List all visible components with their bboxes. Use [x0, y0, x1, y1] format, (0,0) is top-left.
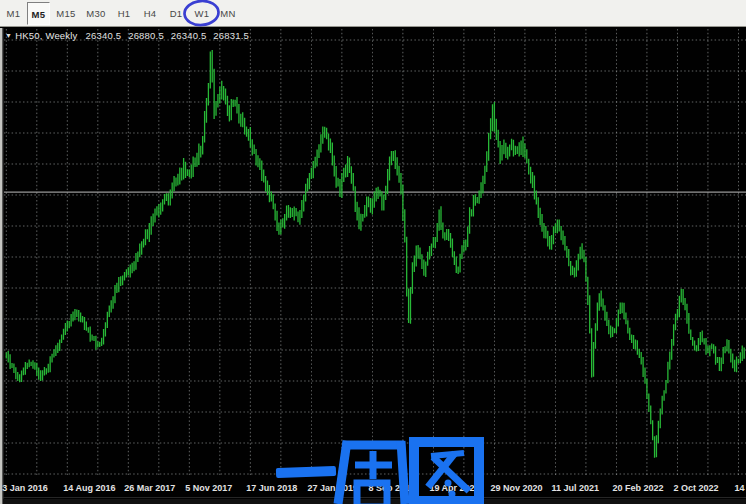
annotation-caption: [276, 441, 479, 504]
timeframe-button-w1[interactable]: W1: [190, 2, 214, 25]
annotation-glyph-zhou: [338, 441, 405, 504]
dropdown-arrow-icon[interactable]: ▼: [5, 32, 12, 39]
window-bottom-strip: [3, 499, 746, 504]
timeframe-button-m15[interactable]: M15: [52, 2, 80, 25]
timeframe-button-h4[interactable]: H4: [138, 2, 162, 25]
timeframe-button-m1[interactable]: M1: [2, 2, 25, 25]
chart-background: [0, 28, 746, 504]
date-label: 19 Apr 2020: [429, 483, 479, 493]
date-label: 20 Feb 2022: [612, 483, 663, 493]
date-label: 11 Jul 2021: [551, 483, 599, 493]
timeframe-toolbar: M1M5M15M30H1H4D1W1MN: [0, 0, 746, 27]
grid-lines: [4, 29, 746, 475]
timeframe-button-d1[interactable]: D1: [164, 2, 188, 25]
mt4-window: M1M5M15M30H1H4D1W1MN 3 Jan 201614 Aug 20…: [0, 0, 746, 504]
timeframe-button-m5[interactable]: M5: [27, 2, 50, 25]
date-label: 5 Nov 2017: [185, 483, 232, 493]
timeframe-button-mn[interactable]: MN: [216, 2, 240, 25]
date-label: 27 Jan 2019: [307, 483, 358, 493]
timeframe-button-m30[interactable]: M30: [82, 2, 110, 25]
date-label: 29 Nov 2020: [490, 483, 542, 493]
date-axis-labels: 3 Jan 201614 Aug 201626 Mar 20175 Nov 20…: [2, 483, 746, 493]
chart-title: ▼HK50, Weekly26340.5 26880.5 26340.5 268…: [5, 30, 249, 41]
price-bars: [6, 50, 744, 458]
annotation-glyph-yi: [276, 466, 336, 478]
date-label: 2 Oct 2022: [673, 483, 718, 493]
date-label: 8 Sep 2019: [368, 483, 415, 493]
window-left-border: [0, 28, 3, 504]
date-label: 3 Jan 2016: [2, 483, 48, 493]
date-label: 17 Jun 2018: [246, 483, 297, 493]
timeframe-button-h1[interactable]: H1: [112, 2, 136, 25]
chart-symbol-label: HK50, Weekly: [15, 30, 77, 41]
chart-area[interactable]: 3 Jan 201614 Aug 201626 Mar 20175 Nov 20…: [0, 0, 746, 504]
date-label: 14 Aug 2016: [63, 483, 115, 493]
annotation-glyph-tu: [414, 442, 479, 501]
date-label: 26 Mar 2017: [124, 483, 175, 493]
chart-quote-values: 26340.5 26880.5 26340.5 26831.5: [86, 30, 249, 41]
date-label: 14 May 2023: [734, 483, 746, 493]
